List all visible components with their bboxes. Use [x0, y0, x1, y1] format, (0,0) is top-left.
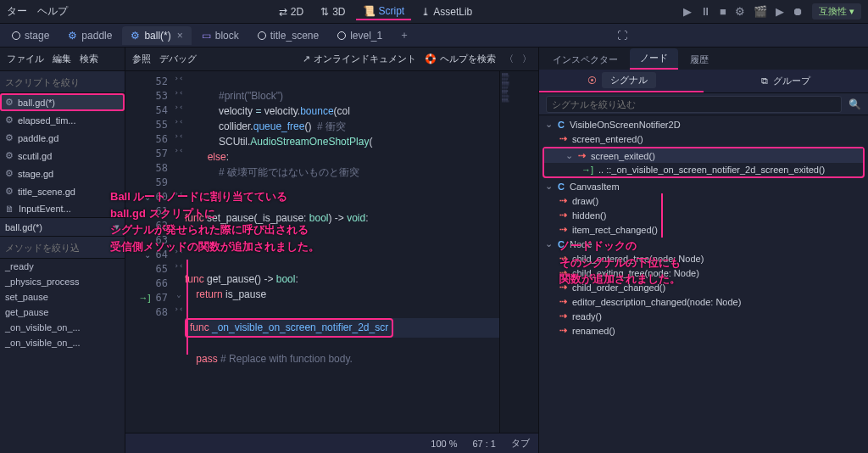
distraction-free-icon[interactable]: ⛶ — [617, 30, 627, 42]
script-item-paddle[interactable]: ⚙paddle.gd — [0, 129, 125, 147]
script-filter-input[interactable] — [5, 77, 122, 87]
class-canvasitem[interactable]: ⌄CCanvasItem — [539, 179, 868, 193]
method-on-visible-2[interactable]: _on_visible_on_... — [0, 335, 125, 350]
doc-icon: 🗎 — [5, 204, 14, 214]
gear-icon: ⚙ — [5, 150, 14, 161]
online-docs-button[interactable]: ↗オンラインドキュメント — [303, 53, 416, 65]
signal-renamed[interactable]: ⇢renamed() — [539, 323, 868, 338]
annotation-line-right — [661, 193, 663, 238]
play-scene-icon[interactable]: ▶ — [776, 5, 784, 18]
method-ready[interactable]: _ready — [0, 259, 125, 274]
connection-icon: →] — [581, 165, 593, 175]
pause-icon[interactable]: ⏸ — [700, 5, 711, 18]
current-script-label: ball.gd(*)▾ — [0, 217, 125, 237]
signal-draw[interactable]: ⇢draw() — [539, 193, 868, 208]
method-filter-input[interactable] — [5, 243, 122, 253]
mode-script[interactable]: 📜Script — [356, 3, 412, 20]
class-icon: C — [558, 182, 565, 192]
renderer-select[interactable]: 互換性 ▾ — [812, 3, 861, 20]
script-menu-debug[interactable]: デバッグ — [159, 53, 197, 65]
script-menu-search[interactable]: 検索 — [80, 53, 98, 65]
gear-icon: ⚙ — [5, 97, 14, 108]
dock-tab-inspector[interactable]: インスペクター — [542, 50, 628, 70]
signal-item-rect[interactable]: ⇢item_rect_changed() — [539, 222, 868, 237]
script-menu-edit[interactable]: 編集 — [53, 53, 71, 65]
gear-icon: ⚙ — [5, 168, 14, 179]
signal-connection[interactable]: →].. ::_on_visible_on_screen_notifier_2d… — [544, 163, 863, 176]
class-icon: C — [558, 239, 565, 249]
minimap[interactable]: ▓▓▓▓▓▓ ▒▒▒▒▒▒▒ ░░░░░░░ ▒▒▒▒▒▒ ░░░░░ ▓▓▓▓… — [499, 71, 538, 433]
tab-title-scene[interactable]: title_scene — [249, 26, 327, 45]
script-item-elapsed[interactable]: ⚙elapsed_tim... — [0, 111, 125, 129]
script-item-inputevent[interactable]: 🗎InputEvent... — [0, 200, 125, 217]
signal-icon: ⇢ — [559, 133, 567, 144]
signal-child-order[interactable]: ⇢child_order_changed() — [539, 280, 868, 294]
script-menu-ref[interactable]: 参照 — [132, 53, 151, 65]
dock-tab-node[interactable]: ノード — [630, 48, 678, 70]
signal-child-exiting[interactable]: ⇢child_exiting_tree(node: Node) — [539, 266, 868, 280]
class-icon: C — [558, 120, 565, 130]
method-set-pause[interactable]: set_pause — [0, 289, 125, 305]
close-icon[interactable]: × — [177, 30, 183, 42]
movie-icon[interactable]: 🎬 — [754, 5, 767, 18]
class-visibleonscreen[interactable]: ⌄CVisibleOnScreenNotifier2D — [539, 117, 868, 131]
mode-assetlib[interactable]: ⤓AssetLib — [415, 3, 479, 20]
mode-3d[interactable]: ⇅3D — [314, 3, 352, 20]
method-on-visible-1[interactable]: _on_visible_on_... — [0, 320, 125, 335]
signal-screen-entered[interactable]: ⇢screen_entered() — [539, 131, 868, 146]
cursor-pos: 67 : 1 — [472, 439, 496, 449]
play-icon[interactable]: ▶ — [683, 5, 692, 18]
remote-icon[interactable]: ⚙ — [735, 5, 745, 18]
stop-icon[interactable]: ■ — [720, 5, 726, 18]
zoom-level[interactable]: 100 % — [431, 439, 457, 449]
signal-child-entered[interactable]: ⇢child_entered_tree(node: Node) — [539, 251, 868, 266]
chevron-down-icon[interactable]: ▾ — [114, 221, 120, 232]
gear-icon: ⚙ — [5, 115, 14, 126]
annotation-line-left — [186, 260, 188, 355]
script-item-scutil[interactable]: ⚙scutil.gd — [0, 147, 125, 165]
script-item-stage[interactable]: ⚙stage.gd — [0, 165, 125, 182]
record-icon[interactable]: ⏺ — [793, 5, 804, 18]
external-link-icon: ↗ — [303, 53, 310, 64]
tab-stage[interactable]: stage — [3, 26, 58, 45]
tab-block[interactable]: ▭block — [193, 26, 248, 45]
dock-tab-history[interactable]: 履歴 — [680, 50, 719, 70]
code-area[interactable]: #print("Block") velocity = velocity.boun… — [185, 71, 499, 433]
script-menu-file[interactable]: ファイル — [7, 53, 44, 65]
nav-back-icon[interactable]: 〈 — [504, 53, 514, 65]
tab-ball[interactable]: ⚙ball(*)× — [122, 26, 191, 45]
signal-hidden[interactable]: ⇢hidden() — [539, 208, 868, 222]
signal-filter-input[interactable] — [546, 96, 842, 113]
help-icon: 🛟 — [425, 53, 437, 64]
indent-mode[interactable]: タブ — [511, 437, 530, 450]
signal-screen-exited[interactable]: ⌄⇢screen_exited() — [544, 148, 863, 163]
groups-icon: ⧉ — [761, 76, 768, 87]
sub-tab-groups[interactable]: ⧉グループ — [704, 70, 868, 92]
method-get-pause[interactable]: get_pause — [0, 305, 125, 320]
script-item-ball[interactable]: ⚙ball.gd(*) — [0, 93, 125, 111]
new-scene-button[interactable]: ＋ — [392, 28, 416, 42]
signal-ready[interactable]: ⇢ready() — [539, 309, 868, 323]
class-node[interactable]: ⌄CNode — [539, 237, 868, 251]
sub-tab-signals[interactable]: ⦿シグナル — [539, 70, 704, 92]
tab-level-1[interactable]: level_1 — [329, 26, 391, 45]
method-physics[interactable]: _physics_process — [0, 274, 125, 289]
help-search-button[interactable]: 🛟ヘルプを検索 — [425, 53, 496, 65]
gear-icon: ⚙ — [5, 186, 14, 197]
script-item-title[interactable]: ⚙title_scene.gd — [0, 182, 125, 200]
menu-help[interactable]: ヘルプ — [37, 4, 68, 19]
signal-editor-desc[interactable]: ⇢editor_description_changed(node: Node) — [539, 294, 868, 309]
gear-icon: ⚙ — [5, 132, 14, 143]
search-icon[interactable]: 🔍 — [849, 98, 861, 110]
signal-icon: ⦿ — [587, 76, 597, 86]
menu-tar[interactable]: ター — [7, 4, 27, 19]
nav-fwd-icon[interactable]: 〉 — [522, 53, 531, 65]
tab-paddle[interactable]: ⚙paddle — [59, 26, 120, 45]
mode-2d[interactable]: ⇄2D — [272, 3, 310, 20]
signal-icon: ⇢ — [578, 150, 586, 161]
